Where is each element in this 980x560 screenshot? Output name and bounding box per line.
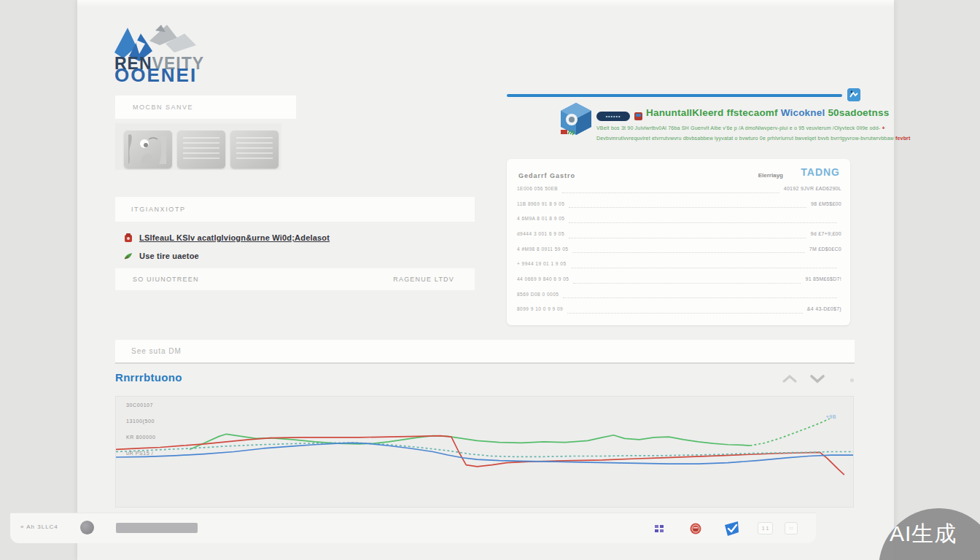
account-row: + 9944 19 01 1 9 05 xyxy=(517,256,841,271)
account-row-label: 8099 9 10 0 9 9 09 xyxy=(517,306,563,311)
account-row-label: 11B 8969 91 8 9 05 xyxy=(517,201,564,206)
account-row: 8569 D08 0 0005 xyxy=(517,287,841,302)
account-row-value: 9d £7+9;£00 xyxy=(811,231,841,236)
dotted-leader xyxy=(567,305,803,314)
avatar[interactable] xyxy=(80,521,94,534)
y-tick-label: uR PS15 / xyxy=(126,451,153,456)
chart-section-title: Rnrrrbtuono xyxy=(115,371,182,384)
account-row: 4 6M9A 8 01 8 9 05 xyxy=(517,211,841,226)
bottom-toolbar: « Ah 3LLC4 1 1 ∷ xyxy=(10,513,816,543)
statement-rows: 1E006 056 50EB40192 9JVR £AD6290L11B 896… xyxy=(517,181,841,316)
account-row-label: + 9944 19 01 1 9 05 xyxy=(517,261,567,266)
leaf-icon xyxy=(124,252,133,260)
bank-card-artwork[interactable] xyxy=(124,131,172,168)
brand-wordmark-line2: OOENEI xyxy=(114,66,204,85)
series-green-dashed-forecast xyxy=(750,419,829,446)
account-row-value: 40192 9JVR £AD6290L xyxy=(784,186,841,191)
account-row-value: 98 £M5$£00 xyxy=(811,201,841,206)
y-tick-label: 13100(500 xyxy=(126,419,155,424)
send-check-icon[interactable] xyxy=(723,520,740,537)
filter-search-placeholder: See suta DM xyxy=(115,347,182,355)
bank-card-3[interactable] xyxy=(230,131,279,168)
alert-icon xyxy=(124,233,133,243)
transaction-link-1[interactable]: LSlfeauL KSlv acatlglviogn&urne Wi0d;Ade… xyxy=(124,232,330,244)
account-row: 1E006 056 50EB40192 9JVR £AD6290L xyxy=(517,181,841,196)
account-row-value: 7M £D$0£C0 xyxy=(809,246,841,252)
performance-chart-svg xyxy=(116,397,853,507)
y-tick-label: 30C00107 xyxy=(126,402,153,408)
more-dot-icon xyxy=(850,378,854,382)
statement-title: Gedarrf Gastro xyxy=(518,172,575,179)
dotted-leader xyxy=(572,244,804,253)
account-row-label: 4 #M98 8 0911 59 05 xyxy=(517,246,568,252)
account-row: d9444 3 001 6 9 059d £7+9;£00 xyxy=(517,226,841,241)
account-row: 11B 8969 91 8 9 0598 £M5$£00 xyxy=(517,196,841,211)
brand-wordmark: RENVEITY OOENEI xyxy=(114,55,204,85)
account-row: 44 0669 9 840 6 9 0591 85M£6$D7! xyxy=(517,271,841,287)
dotted-leader xyxy=(571,260,837,268)
dotted-leader xyxy=(573,274,801,283)
account-row: 8099 9 10 0 9 9 09&4 43-D£0$7) xyxy=(517,302,841,317)
account-row-label: 1E006 056 50EB xyxy=(517,186,558,191)
dotted-leader xyxy=(569,214,837,223)
dotted-leader xyxy=(569,199,806,208)
y-tick-label: KR 800000 xyxy=(126,435,155,440)
notification-pill-button[interactable]: •••••• xyxy=(596,112,630,121)
account-row-label: 8569 D08 0 0005 xyxy=(517,292,559,297)
performance-chart: 30C0010713100(500KR 800000uR PS15 / +9B xyxy=(115,396,854,508)
notification-body-line1: VBelt bos 3t 90 Julvlwrtbv0Al 76ba SH Gu… xyxy=(596,125,885,131)
chart-annotation: +9B xyxy=(826,414,836,419)
account-row-label: 44 0669 9 840 6 9 05 xyxy=(517,276,569,281)
transactions-title: ITGIANXIOTP xyxy=(115,206,186,213)
main-panel: RENVEITY OOENEI MOCBN SANVE ITGIANXIOTP xyxy=(77,0,894,560)
search-placeholder: MOCBN SANVE xyxy=(115,104,193,111)
toolbar-status-text: « Ah 3LLC4 xyxy=(20,524,58,530)
transaction-link-label: LSlfeauL KSlv acatlglviogn&urne Wi0d;Ade… xyxy=(139,233,330,242)
transaction-link-label: Use tire uaetoe xyxy=(139,252,199,260)
account-row-value: 91 85M£6$D7! xyxy=(805,276,841,281)
account-row-label: d9444 3 001 6 9 05 xyxy=(517,231,564,236)
account-statement-card: Gedarrf Gastro Elerrlayg TADNG 1E006 056… xyxy=(507,159,850,325)
transaction-link-2[interactable]: Use tire uaetoe xyxy=(124,250,199,262)
stamp-icon[interactable] xyxy=(690,523,701,534)
statement-brand: TADNG xyxy=(801,166,840,178)
transactions-footer-right[interactable]: RAGENUE LTDV xyxy=(393,276,475,283)
transactions-header: ITGIANXIOTP xyxy=(115,197,475,222)
ai-watermark-label: AI生成 xyxy=(890,519,957,549)
toolbar-button-pages[interactable]: 1 1 xyxy=(758,522,773,534)
chevron-up-icon[interactable] xyxy=(782,373,798,384)
toolbar-button-grid[interactable]: ∷ xyxy=(785,522,798,534)
search-input[interactable]: MOCBN SANVE xyxy=(115,96,296,119)
flag-mini-icon xyxy=(634,112,642,120)
account-row: 4 #M98 8 0911 59 057M £D$0£C0 xyxy=(517,241,841,257)
notification-badge-icon[interactable] xyxy=(847,88,860,101)
grid-icon[interactable] xyxy=(655,524,664,533)
notification-body-line2: Devbvmrutlvvrequvlret etvrrutvwvru dbvbs… xyxy=(596,136,911,141)
transactions-footer: SO UIUNOTREEN RAGENUE LTDV xyxy=(115,268,475,290)
transactions-footer-left: SO UIUNOTREEN xyxy=(115,276,199,283)
package-cube-icon xyxy=(559,102,593,136)
dotted-leader xyxy=(563,289,837,298)
statement-subtitle: Elerrlayg xyxy=(758,172,783,179)
filter-search-input[interactable]: See suta DM xyxy=(115,340,855,364)
account-row-label: 4 6M9A 8 01 8 9 05 xyxy=(517,216,564,221)
dotted-leader xyxy=(562,184,779,192)
toolbar-progress-pill xyxy=(116,523,198,533)
series-red xyxy=(116,436,844,475)
account-row-value: &4 43-D£0$7) xyxy=(807,306,841,311)
dotted-leader xyxy=(569,229,806,238)
bank-card-2[interactable] xyxy=(177,131,225,168)
page: RENVEITY OOENEI MOCBN SANVE ITGIANXIOTP xyxy=(0,0,980,560)
progress-bar xyxy=(507,94,842,97)
chevron-down-icon[interactable] xyxy=(809,373,825,384)
notification-headline[interactable]: HanuntallKleerd ffstecaomf Wicoknel 50sa… xyxy=(646,107,889,118)
